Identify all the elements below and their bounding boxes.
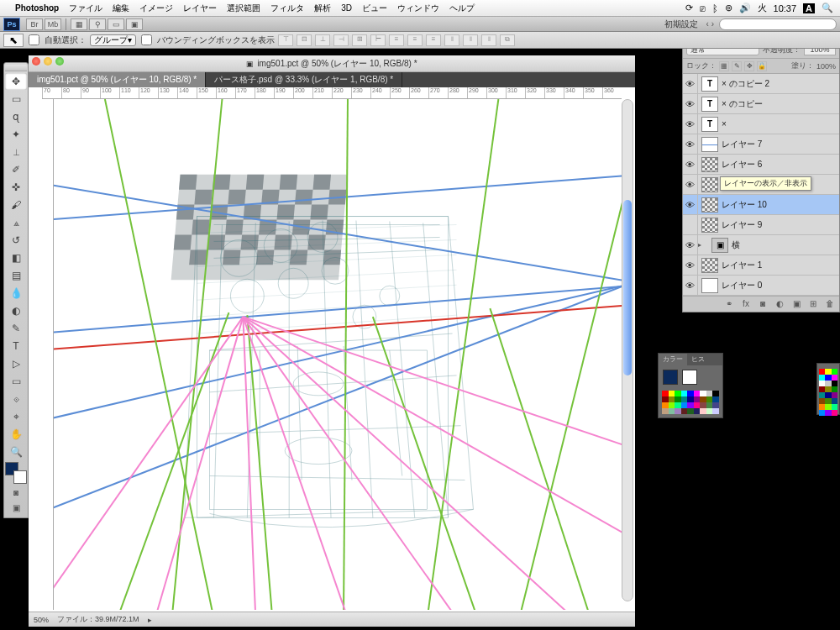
arrange-docs-icon[interactable]: ▭ xyxy=(108,18,124,30)
align-left-icon[interactable]: ⊣ xyxy=(333,34,349,46)
swatch[interactable] xyxy=(669,402,675,408)
menu-filter[interactable]: フィルタ xyxy=(270,3,304,14)
bg-color-big[interactable] xyxy=(682,370,697,385)
swatch[interactable] xyxy=(681,408,688,414)
layer-row[interactable]: 👁▸▣横 xyxy=(683,235,839,255)
swatch[interactable] xyxy=(669,391,675,396)
menu-3d[interactable]: 3D xyxy=(341,3,352,13)
mini-swatch-grid[interactable] xyxy=(819,369,837,416)
layer-visibility-icon[interactable]: 👁 xyxy=(683,134,698,154)
minimize-window-icon[interactable] xyxy=(44,57,52,66)
menu-window[interactable]: ウィンドウ xyxy=(397,3,439,14)
input-source-icon[interactable]: A xyxy=(803,3,815,13)
swatch[interactable] xyxy=(825,369,831,375)
layer-visibility-icon[interactable] xyxy=(683,215,698,234)
swatch[interactable] xyxy=(825,410,831,416)
background-swatch[interactable] xyxy=(13,470,27,484)
swatch[interactable] xyxy=(825,386,831,392)
lock-all-icon[interactable]: 🔒 xyxy=(757,61,767,71)
zoom-level-icon[interactable]: ⚲ xyxy=(89,18,106,30)
layer-thumbnail[interactable] xyxy=(701,177,718,192)
distribute-bottom-icon[interactable]: ≡ xyxy=(426,34,441,46)
layer-visibility-icon[interactable]: 👁 xyxy=(683,114,698,134)
swatch[interactable] xyxy=(832,375,837,381)
swatch[interactable] xyxy=(712,396,719,402)
layer-row[interactable]: 👁T× のコピー xyxy=(683,94,839,114)
align-right-icon[interactable]: ⊢ xyxy=(370,34,386,46)
doc-tab-1[interactable]: img501.pct @ 50% (レイヤー 10, RGB/8) * xyxy=(29,72,206,87)
layer-thumbnail[interactable] xyxy=(701,218,718,233)
swatch[interactable] xyxy=(675,396,681,402)
swatch-grid[interactable] xyxy=(662,391,719,414)
layer-visibility-icon[interactable]: 👁 xyxy=(683,155,698,174)
vertical-scrollbar[interactable] xyxy=(622,99,633,601)
bluetooth-icon[interactable]: ᛒ xyxy=(712,3,718,13)
layer-name[interactable]: レイヤー 6 xyxy=(722,159,839,171)
swatch[interactable] xyxy=(712,391,719,396)
delete-layer-icon[interactable]: 🗑 xyxy=(824,299,836,309)
swatch[interactable] xyxy=(819,386,825,392)
app-name[interactable]: Photoshop xyxy=(15,3,59,13)
swatch[interactable] xyxy=(700,391,706,396)
swatch[interactable] xyxy=(662,402,669,408)
swatch[interactable] xyxy=(819,398,825,404)
path-select-tool-icon[interactable]: ▷ xyxy=(5,355,27,372)
swatch[interactable] xyxy=(819,369,825,375)
menu-help[interactable]: ヘルプ xyxy=(449,3,475,14)
layer-row[interactable]: 👁レイヤー 7 xyxy=(683,134,839,155)
layer-name[interactable]: レイヤー 9 xyxy=(722,219,839,231)
layer-row[interactable]: 👁レイヤー 0 xyxy=(683,276,839,296)
distribute-hcenter-icon[interactable]: ⦀ xyxy=(463,34,478,46)
screen-mode-icon[interactable]: ▣ xyxy=(126,18,143,30)
wifi-icon[interactable]: ⊚ xyxy=(725,3,732,13)
swatch[interactable] xyxy=(662,391,669,396)
tools-panel-grip[interactable] xyxy=(5,65,27,71)
menu-image[interactable]: イメージ xyxy=(139,3,173,14)
swatch[interactable] xyxy=(706,396,713,402)
history-brush-tool-icon[interactable]: ↺ xyxy=(5,232,27,249)
layer-thumbnail[interactable] xyxy=(701,258,718,273)
vertical-ruler[interactable] xyxy=(42,99,54,610)
distribute-right-icon[interactable]: ⦀ xyxy=(481,34,496,46)
fg-color-big[interactable] xyxy=(663,370,678,385)
new-layer-icon[interactable]: ⊞ xyxy=(807,299,819,309)
layer-row[interactable]: 👁レイヤー 1 xyxy=(683,255,839,276)
swatch[interactable] xyxy=(706,402,713,408)
swatch[interactable] xyxy=(700,396,706,402)
layer-thumbnail[interactable] xyxy=(701,197,718,213)
swatch[interactable] xyxy=(819,392,825,398)
layer-visibility-icon[interactable]: 👁 xyxy=(683,94,698,113)
swatch[interactable] xyxy=(706,391,713,396)
screenmode-icon[interactable]: ▣ xyxy=(11,501,21,516)
swatch[interactable] xyxy=(712,408,719,414)
eyedropper-tool-icon[interactable]: ✐ xyxy=(5,161,27,178)
swatch[interactable] xyxy=(832,404,837,410)
new-group-icon[interactable]: ▣ xyxy=(790,299,802,309)
lock-paint-icon[interactable]: ✎ xyxy=(732,61,742,71)
layer-thumbnail[interactable]: T xyxy=(701,76,718,92)
doc-tab-2[interactable]: パース格子.psd @ 33.3% (レイヤー 1, RGB/8) * xyxy=(206,72,402,87)
layer-visibility-icon[interactable]: 👁 xyxy=(683,235,698,255)
pen-tool-icon[interactable]: ✎ xyxy=(5,320,27,337)
swatch[interactable] xyxy=(832,410,837,416)
layer-name[interactable]: × のコピー 2 xyxy=(722,78,839,90)
3d-camera-tool-icon[interactable]: ⌖ xyxy=(5,408,27,425)
view-extras-icon[interactable]: ▦ xyxy=(71,18,87,30)
dropbox-icon[interactable]: ⎚ xyxy=(700,3,706,13)
lock-transparent-icon[interactable]: ▦ xyxy=(719,61,729,71)
distribute-top-icon[interactable]: ≡ xyxy=(389,34,404,46)
swatch[interactable] xyxy=(687,391,694,396)
swatch[interactable] xyxy=(712,402,719,408)
swatch[interactable] xyxy=(832,398,837,404)
swatch[interactable] xyxy=(669,396,675,402)
layer-visibility-icon[interactable]: 👁 xyxy=(683,255,698,275)
swatch[interactable] xyxy=(681,391,688,396)
clock[interactable]: 10:37 xyxy=(774,3,797,13)
swatch[interactable] xyxy=(687,396,694,402)
layer-thumbnail[interactable] xyxy=(701,157,718,172)
workspace-picker[interactable]: 初期設定 xyxy=(661,18,701,30)
swatch[interactable] xyxy=(687,408,694,414)
status-menu-icon[interactable]: ▸ xyxy=(148,616,152,624)
workspace-arrows-icon[interactable]: ‹ › xyxy=(706,19,714,29)
close-window-icon[interactable] xyxy=(32,57,40,66)
